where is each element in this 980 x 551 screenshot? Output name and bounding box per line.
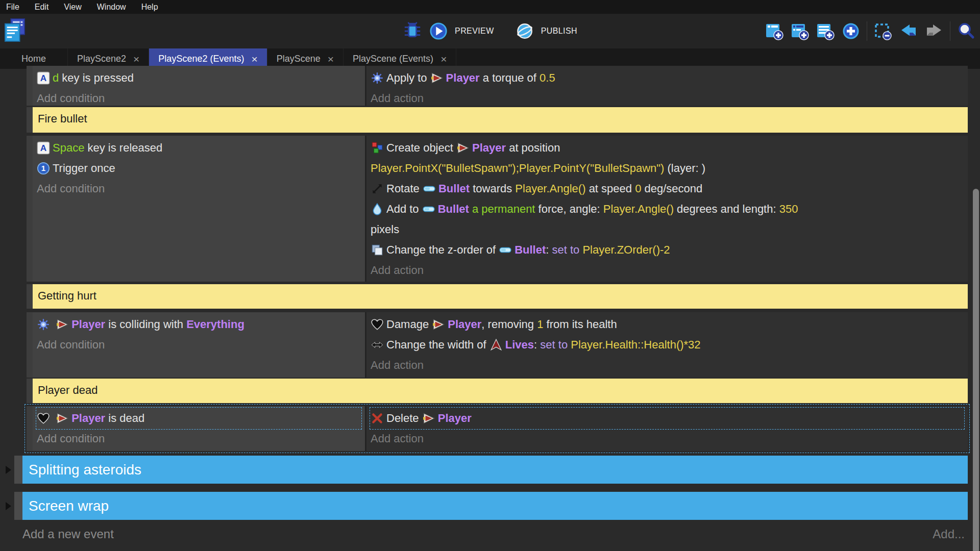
add-condition-button[interactable]: Add condition (37, 179, 361, 199)
add-action-button[interactable]: Add action (371, 429, 964, 449)
text-segment: 0.5 (540, 71, 555, 85)
text-segment: Space (53, 141, 84, 155)
add-instruction-button[interactable] (841, 21, 861, 41)
menu-item-help[interactable]: Help (141, 3, 158, 12)
text-segment: Bullet (438, 203, 469, 216)
remove-selection-button[interactable] (873, 21, 893, 41)
action[interactable]: Apply to Player a torque of 0.5 (371, 68, 964, 88)
text-segment: is dead (105, 412, 144, 425)
search-button[interactable] (957, 21, 976, 41)
event-drag-handle[interactable] (27, 66, 33, 106)
event-row[interactable]: ASpace key is released1Trigger onceAdd c… (27, 136, 968, 282)
condition[interactable]: Player is colliding with Everything (37, 314, 361, 335)
group-drag-handle[interactable] (14, 492, 22, 520)
collapse-arrow-icon[interactable] (6, 502, 11, 510)
text-segment: set to (540, 338, 571, 352)
vertical-scrollbar[interactable] (973, 189, 979, 551)
undo-button[interactable] (899, 21, 918, 41)
preview-button[interactable] (429, 22, 448, 40)
text-segment: Player.Angle() (603, 203, 674, 216)
action[interactable]: Rotate Bullet towards Player.Angle() at … (371, 179, 964, 199)
event-drag-handle[interactable] (27, 284, 33, 309)
action[interactable]: Add to Bullet a permanent force, angle: … (371, 199, 964, 219)
tab-close-icon[interactable]: × (251, 54, 257, 64)
action[interactable]: pixels (371, 219, 964, 240)
text-segment: Lives (505, 338, 534, 352)
event-drag-handle[interactable] (27, 406, 33, 451)
svg-text:A: A (40, 143, 47, 153)
group-drag-handle[interactable] (14, 456, 22, 484)
action[interactable]: Create object Player at position (371, 138, 964, 158)
condition[interactable]: 1Trigger once (37, 158, 361, 179)
event-drag-handle[interactable] (27, 107, 33, 133)
menu-item-file[interactable]: File (6, 3, 19, 12)
project-manager-button[interactable] (4, 18, 26, 42)
force-icon (371, 203, 384, 216)
redo-button[interactable] (924, 21, 944, 41)
text-segment: Bullet (438, 182, 470, 195)
comment-text[interactable]: Getting hurt (33, 284, 968, 309)
condition-list: ASpace key is released1Trigger once (37, 138, 361, 179)
event-row[interactable]: Player is colliding with EverythingAdd c… (27, 312, 968, 378)
tab-close-icon[interactable]: × (133, 54, 139, 64)
group-row[interactable]: Splitting asteroids (14, 456, 968, 484)
menu-item-view[interactable]: View (64, 3, 81, 12)
action[interactable]: Damage Player, removing 1 from its healt… (371, 314, 964, 335)
action-list: Damage Player, removing 1 from its healt… (371, 314, 964, 355)
menu-item-edit[interactable]: Edit (35, 3, 49, 12)
preview-label[interactable]: PREVIEW (455, 27, 494, 36)
event-row-selected[interactable]: Player is deadAdd conditionDelete Player… (27, 406, 968, 451)
publish-button[interactable] (516, 22, 534, 40)
action[interactable]: Change the width of Lives: set to Player… (371, 335, 964, 355)
action[interactable]: Player.PointX("BulletSpawn");Player.Poin… (371, 158, 964, 179)
comment-row[interactable]: Player dead (27, 379, 968, 403)
publish-label[interactable]: PUBLISH (541, 27, 577, 36)
add-condition-button[interactable]: Add condition (37, 88, 361, 109)
action[interactable]: Delete Player (371, 408, 964, 429)
text-segment: (layer: ) (664, 162, 705, 175)
add-button[interactable]: Add... (933, 527, 965, 541)
add-comment-button[interactable] (816, 21, 835, 41)
tab-label: Home (21, 54, 46, 64)
text-segment: d (53, 71, 59, 85)
collapse-arrow-icon[interactable] (6, 466, 11, 474)
action[interactable]: Change the z-order of Bullet: set to Pla… (371, 240, 964, 260)
debugger-button[interactable] (403, 21, 422, 41)
bullet-icon (499, 243, 512, 257)
comment-text[interactable]: Fire bullet (33, 107, 968, 133)
comment-row[interactable]: Getting hurt (27, 284, 968, 309)
event-drag-handle[interactable] (27, 312, 33, 378)
comment-row[interactable]: Fire bullet (27, 107, 968, 133)
condition-cell: Player is deadAdd condition (33, 406, 366, 451)
text-segment: Rotate (386, 182, 423, 195)
group-row[interactable]: Screen wrap (14, 492, 968, 520)
text-segment: Damage (386, 318, 432, 331)
add-action-button[interactable]: Add action (371, 88, 964, 109)
add-condition-button[interactable]: Add condition (37, 429, 361, 449)
add-condition-button[interactable]: Add condition (37, 335, 361, 355)
condition-list: Player is colliding with Everything (37, 314, 361, 335)
group-title[interactable]: Splitting asteroids (22, 456, 968, 484)
comment-text[interactable]: Player dead (33, 379, 968, 403)
text-segment: Trigger once (53, 162, 115, 175)
create-object-icon (371, 141, 384, 155)
undo-icon (899, 21, 918, 41)
add-event-button[interactable] (765, 21, 784, 41)
condition[interactable]: ASpace key is released (37, 138, 361, 158)
tab-close-icon[interactable]: × (440, 54, 447, 64)
group-title[interactable]: Screen wrap (22, 492, 968, 520)
tab-close-icon[interactable]: × (328, 54, 334, 64)
menu-item-window[interactable]: Window (97, 3, 126, 12)
text-segment: 0 (635, 182, 641, 195)
add-action-button[interactable]: Add action (371, 355, 964, 375)
add-new-event-button[interactable]: Add a new event (22, 527, 114, 541)
add-action-button[interactable]: Add action (371, 260, 964, 281)
event-drag-handle[interactable] (27, 379, 33, 403)
event-row[interactable]: Ad key is pressedAdd conditionApply to P… (27, 66, 968, 106)
condition[interactable]: Player is dead (37, 408, 361, 429)
action-list: Apply to Player a torque of 0.5 (371, 68, 964, 88)
condition[interactable]: Ad key is pressed (37, 68, 361, 88)
text-segment: towards (470, 182, 515, 195)
add-subevent-button[interactable] (790, 21, 810, 41)
event-drag-handle[interactable] (27, 136, 33, 282)
